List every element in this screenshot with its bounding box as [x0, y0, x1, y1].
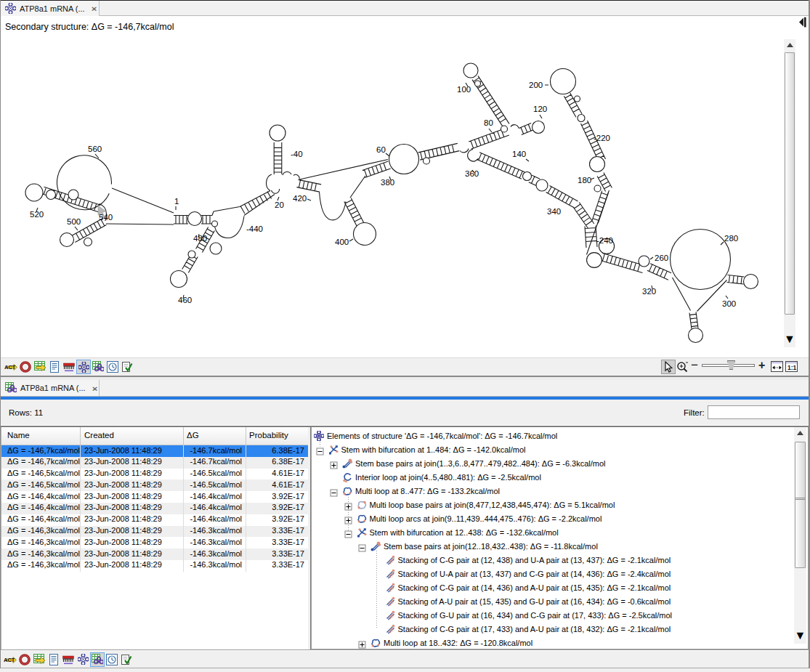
- svg-text:320: 320: [642, 287, 656, 296]
- svg-text:ACT: ACT: [4, 657, 15, 663]
- svg-text:140: 140: [512, 150, 526, 158]
- svg-text:1: 1: [174, 197, 179, 206]
- svg-text:20: 20: [275, 201, 284, 209]
- svg-text:120: 120: [533, 105, 547, 113]
- svg-text:540: 540: [99, 213, 113, 222]
- svg-text:100: 100: [457, 85, 471, 94]
- svg-text:460: 460: [178, 296, 192, 304]
- svg-text:340: 340: [547, 207, 561, 216]
- svg-text:-220: -220: [594, 134, 610, 142]
- svg-text:-40: -40: [291, 150, 303, 158]
- svg-text:-240: -240: [596, 236, 613, 245]
- svg-text:300: 300: [722, 299, 736, 308]
- svg-text:520: 520: [30, 210, 44, 219]
- svg-text:420: 420: [293, 194, 307, 203]
- svg-text:60: 60: [376, 145, 386, 154]
- svg-text:260: 260: [655, 254, 668, 262]
- svg-text:ACT: ACT: [4, 364, 16, 371]
- svg-text:80: 80: [484, 118, 493, 127]
- svg-text:1:1: 1:1: [787, 364, 797, 371]
- svg-text:560: 560: [88, 145, 102, 153]
- svg-text:280: 280: [724, 234, 738, 243]
- svg-text:400: 400: [335, 238, 349, 246]
- svg-text:200: 200: [529, 81, 543, 89]
- svg-text:-440: -440: [246, 224, 263, 233]
- svg-text:480: 480: [193, 234, 207, 243]
- svg-text:380: 380: [381, 178, 394, 187]
- svg-text:360: 360: [465, 169, 479, 178]
- svg-text:180: 180: [578, 176, 591, 185]
- svg-text:500: 500: [67, 217, 81, 226]
